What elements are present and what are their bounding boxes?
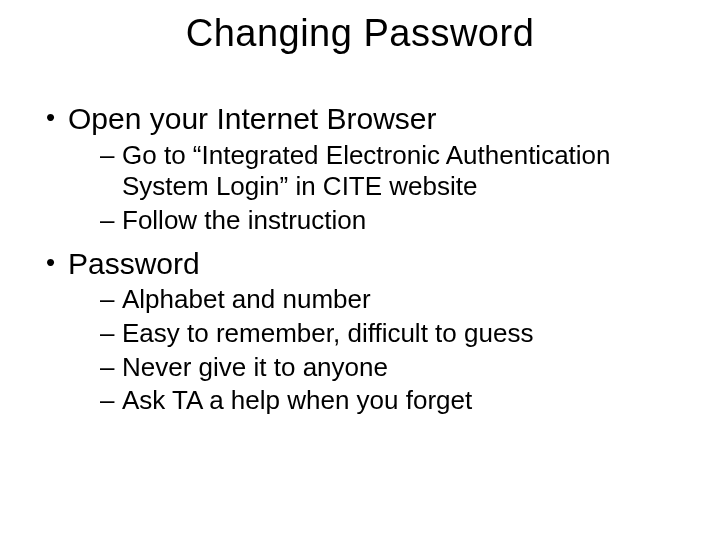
list-item-text: Password — [68, 247, 200, 280]
list-item: Follow the instruction — [98, 205, 680, 237]
list-item-text: Go to “Integrated Electronic Authenticat… — [122, 140, 611, 202]
list-item-text: Easy to remember, difficult to guess — [122, 318, 533, 348]
list-item: Alphabet and number — [98, 284, 680, 316]
list-item: Go to “Integrated Electronic Authenticat… — [98, 140, 680, 203]
slide-body: Open your Internet Browser Go to “Integr… — [40, 100, 680, 425]
list-item: Open your Internet Browser Go to “Integr… — [40, 100, 680, 237]
list-item-text: Alphabet and number — [122, 284, 371, 314]
list-item-text: Open your Internet Browser — [68, 102, 437, 135]
sub-list: Alphabet and number Easy to remember, di… — [68, 284, 680, 417]
list-item: Never give it to anyone — [98, 352, 680, 384]
list-item-text: Follow the instruction — [122, 205, 366, 235]
slide: Changing Password Open your Internet Bro… — [0, 0, 720, 540]
list-item: Ask TA a help when you forget — [98, 385, 680, 417]
list-item: Password Alphabet and number Easy to rem… — [40, 245, 680, 417]
slide-title: Changing Password — [0, 12, 720, 55]
bullet-list: Open your Internet Browser Go to “Integr… — [40, 100, 680, 417]
list-item: Easy to remember, difficult to guess — [98, 318, 680, 350]
list-item-text: Ask TA a help when you forget — [122, 385, 472, 415]
list-item-text: Never give it to anyone — [122, 352, 388, 382]
sub-list: Go to “Integrated Electronic Authenticat… — [68, 140, 680, 237]
